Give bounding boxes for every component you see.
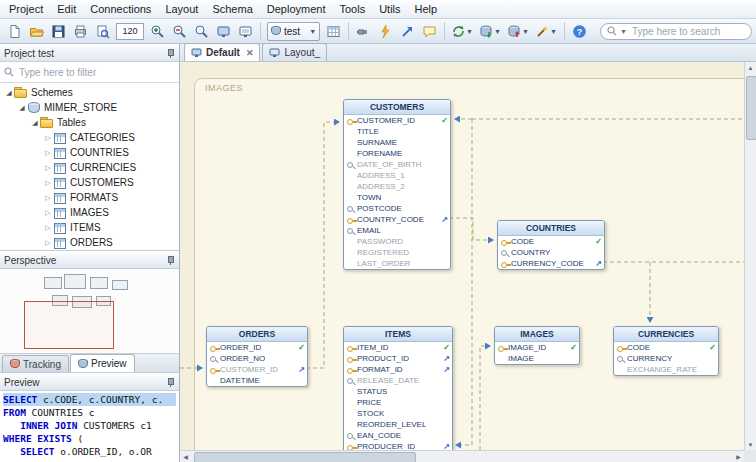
entity-field[interactable]: EMAIL bbox=[344, 225, 450, 236]
print-preview-button[interactable] bbox=[92, 21, 113, 41]
vertical-scroll-thumb[interactable] bbox=[746, 76, 756, 140]
lightning-button[interactable] bbox=[375, 21, 396, 41]
diagram-canvas[interactable]: IMAGES CUSTOMERS bbox=[180, 62, 744, 450]
schema-import-button[interactable]: ▼ bbox=[477, 21, 504, 41]
entity-field[interactable]: ITEM_ID bbox=[344, 342, 452, 353]
entity-items[interactable]: ITEMS ITEM_ID PRODUCT_ID bbox=[343, 326, 453, 450]
entity-customers[interactable]: CUSTOMERS CUSTOMER_ID TITLE bbox=[343, 99, 451, 270]
tree-item[interactable]: COUNTRIES bbox=[0, 145, 179, 160]
sql-preview[interactable]: SELECT c.CODE, c.COUNTRY, c. FROM COUNTR… bbox=[0, 391, 179, 462]
menu-item[interactable]: Connections bbox=[83, 1, 158, 17]
search-input[interactable] bbox=[630, 25, 745, 38]
entity-field[interactable]: COUNTRY_CODE bbox=[344, 214, 450, 225]
tree-expander-icon[interactable] bbox=[30, 119, 40, 127]
tree-item[interactable]: Schemes bbox=[0, 85, 179, 100]
menu-item[interactable]: Utils bbox=[372, 1, 407, 17]
zoom-level-display[interactable]: 120 bbox=[116, 23, 144, 40]
entity-field[interactable]: CURRENCY_CODE bbox=[498, 258, 604, 269]
entity-field[interactable]: EXCHANGE_RATE bbox=[614, 364, 718, 375]
vertical-scrollbar[interactable]: ▲ ▼ bbox=[744, 62, 756, 450]
entity-field[interactable]: STATUS bbox=[344, 386, 452, 397]
entity-field[interactable]: PRODUCT_ID bbox=[344, 353, 452, 364]
tree-item[interactable]: ORDERS bbox=[0, 235, 179, 250]
entity-field[interactable]: REGISTERED bbox=[344, 247, 450, 258]
entity-title[interactable]: ITEMS bbox=[344, 327, 452, 342]
relation-arrow-button[interactable] bbox=[397, 21, 418, 41]
entity-field[interactable]: CUSTOMER_ID bbox=[344, 115, 450, 126]
connection-selector[interactable]: test ▼ bbox=[267, 22, 320, 41]
comment-button[interactable] bbox=[419, 21, 440, 41]
tree-filter[interactable] bbox=[0, 62, 179, 83]
schema-export-button[interactable]: ▼ bbox=[505, 21, 532, 41]
open-folder-button[interactable] bbox=[26, 21, 47, 41]
menu-item[interactable]: Layout bbox=[158, 1, 205, 17]
menu-item[interactable]: Edit bbox=[50, 1, 83, 17]
print-button[interactable] bbox=[70, 21, 91, 41]
tree-item[interactable]: IMAGES bbox=[0, 205, 179, 220]
tab-tracking[interactable]: Tracking bbox=[2, 355, 69, 372]
entity-field[interactable]: ADDRESS_2 bbox=[344, 181, 450, 192]
tree-expander-icon[interactable] bbox=[43, 164, 53, 172]
entity-field[interactable]: TOWN bbox=[344, 192, 450, 203]
tree-item[interactable]: FORMATS bbox=[0, 190, 179, 205]
entity-field[interactable]: LAST_ORDER bbox=[344, 258, 450, 269]
tree-item[interactable]: MIMER_STORE bbox=[0, 100, 179, 115]
entity-title[interactable]: IMAGES bbox=[495, 327, 579, 342]
tree-item[interactable]: Tables bbox=[0, 115, 179, 130]
entity-field[interactable]: ORDER_ID bbox=[207, 342, 307, 353]
new-project-button[interactable] bbox=[4, 21, 25, 41]
save-button[interactable] bbox=[48, 21, 69, 41]
tree-expander-icon[interactable] bbox=[17, 104, 27, 112]
diagram-group-frame[interactable]: IMAGES bbox=[194, 78, 744, 450]
horizontal-scrollbar[interactable]: ◀ ▶ bbox=[180, 450, 744, 462]
zoom-in-button[interactable] bbox=[147, 21, 168, 41]
entity-field[interactable]: DATETIME bbox=[207, 375, 307, 386]
entity-orders[interactable]: ORDERS ORDER_ID ORDER_NO bbox=[206, 326, 308, 387]
tree-expander-icon[interactable] bbox=[43, 224, 53, 232]
entity-field[interactable]: TITLE bbox=[344, 126, 450, 137]
table-editor-button[interactable] bbox=[323, 21, 344, 41]
entity-field[interactable]: CURRENCY bbox=[614, 353, 718, 364]
fit-to-screen-button[interactable] bbox=[213, 21, 234, 41]
tab-preview[interactable]: Preview bbox=[70, 354, 135, 372]
scroll-left-icon[interactable]: ◀ bbox=[180, 451, 191, 462]
entity-countries[interactable]: COUNTRIES CODE COUNTRY bbox=[497, 220, 605, 270]
entity-images[interactable]: IMAGES IMAGE_ID IMAGE bbox=[494, 326, 580, 365]
entity-field[interactable]: CODE bbox=[614, 342, 718, 353]
zoom-out-button[interactable] bbox=[169, 21, 190, 41]
tree-expander-icon[interactable] bbox=[43, 209, 53, 217]
global-search[interactable]: ▼ bbox=[600, 23, 752, 40]
wizard-button[interactable]: ▼ bbox=[533, 21, 560, 41]
entity-field[interactable]: ADDRESS_1 bbox=[344, 170, 450, 181]
entity-field[interactable]: PRICE bbox=[344, 397, 452, 408]
menu-item[interactable]: Deployment bbox=[260, 1, 333, 17]
entity-field[interactable]: PRODUCER_ID bbox=[344, 441, 452, 450]
tree-expander-icon[interactable] bbox=[43, 149, 53, 157]
entity-title[interactable]: CURRENCIES bbox=[614, 327, 718, 342]
tab-layout[interactable]: Layout_ bbox=[262, 43, 327, 61]
minimap-viewport[interactable] bbox=[24, 301, 114, 349]
tree-expander-icon[interactable] bbox=[43, 134, 53, 142]
tree-item[interactable]: CURRENCIES bbox=[0, 160, 179, 175]
help-button[interactable]: ? bbox=[569, 21, 590, 41]
entity-field[interactable]: PASSWORD bbox=[344, 236, 450, 247]
menu-item[interactable]: Tools bbox=[332, 1, 372, 17]
tree-expander-icon[interactable] bbox=[43, 239, 53, 247]
tree-expander-icon[interactable] bbox=[4, 89, 14, 97]
tab-default[interactable]: Default ✕ bbox=[184, 43, 260, 61]
menu-item[interactable]: Help bbox=[408, 1, 445, 17]
menu-item[interactable]: Project bbox=[2, 1, 50, 17]
perspective-minimap[interactable] bbox=[0, 269, 179, 354]
close-tab-icon[interactable]: ✕ bbox=[244, 48, 254, 58]
entity-field[interactable]: POSTCODE bbox=[344, 203, 450, 214]
entity-field[interactable]: FORMAT_ID bbox=[344, 364, 452, 375]
menu-item[interactable]: Schema bbox=[205, 1, 259, 17]
connect-button[interactable] bbox=[353, 21, 374, 41]
schema-sync-button[interactable]: ▼ bbox=[449, 21, 476, 41]
entity-field[interactable]: REORDER_LEVEL bbox=[344, 419, 452, 430]
entity-field[interactable]: IMAGE_ID bbox=[495, 342, 579, 353]
entity-field[interactable]: DATE_OF_BIRTH bbox=[344, 159, 450, 170]
pin-icon[interactable] bbox=[166, 377, 175, 387]
entity-title[interactable]: CUSTOMERS bbox=[344, 100, 450, 115]
tree-filter-input[interactable] bbox=[17, 66, 175, 79]
